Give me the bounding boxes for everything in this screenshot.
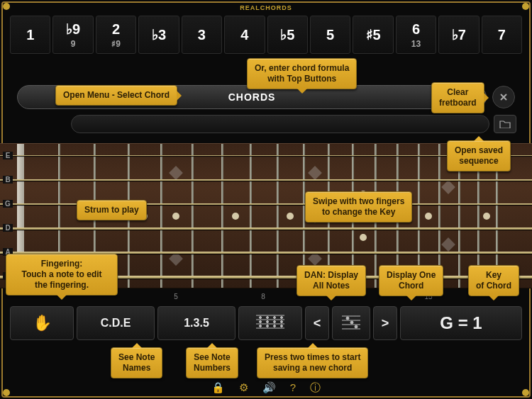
svg-point-20 bbox=[346, 317, 349, 320]
tip-formula: Or, enter chord formula with Top Buttons bbox=[247, 58, 357, 89]
interval-6-13[interactable]: 613 bbox=[396, 16, 436, 54]
tip-clear: Clear fretboard bbox=[431, 82, 484, 113]
svg-point-9 bbox=[267, 321, 269, 323]
string-label-e-high: E bbox=[3, 152, 13, 159]
interval-buttons: 1 ♭99 2♯9 ♭3 3 4 ♭5 5 ♯5 613 ♭7 7 bbox=[10, 16, 522, 54]
sequence-display[interactable] bbox=[71, 115, 489, 133]
tip-fingering: Fingering: Touch a note to edit the fing… bbox=[6, 254, 118, 296]
interval-7[interactable]: 7 bbox=[482, 16, 522, 54]
svg-point-15 bbox=[281, 325, 283, 327]
svg-point-13 bbox=[267, 325, 269, 327]
tip-see-numbers: See Note Numbers bbox=[186, 347, 238, 378]
lock-icon[interactable]: 🔒 bbox=[211, 381, 225, 395]
svg-point-14 bbox=[274, 325, 276, 327]
hand-icon: ✋ bbox=[33, 314, 52, 332]
svg-point-5 bbox=[267, 317, 269, 319]
info-icon[interactable]: ⓘ bbox=[310, 381, 321, 395]
svg-point-7 bbox=[281, 317, 283, 319]
string-label-g: G bbox=[3, 200, 13, 208]
display-all-notes-button[interactable] bbox=[238, 306, 302, 340]
key-label[interactable]: G = 1 bbox=[400, 306, 522, 340]
fingering-button[interactable]: ✋ bbox=[10, 306, 74, 340]
next-chord-button[interactable]: > bbox=[373, 306, 397, 340]
folder-icon bbox=[499, 120, 511, 128]
grid-dots-icon bbox=[255, 314, 286, 332]
interval-3[interactable]: 3 bbox=[182, 16, 222, 54]
tip-see-names: See Note Names bbox=[111, 347, 162, 378]
interval-b7[interactable]: ♭7 bbox=[438, 16, 479, 54]
svg-point-6 bbox=[274, 317, 276, 319]
svg-point-21 bbox=[350, 321, 353, 324]
x-icon bbox=[499, 93, 508, 101]
tip-open-menu: Open Menu - Select Chord bbox=[55, 85, 177, 106]
interval-2-sharp9[interactable]: 2♯9 bbox=[96, 16, 136, 54]
string-label-d: D bbox=[3, 224, 13, 232]
interval-4[interactable]: 4 bbox=[224, 16, 265, 54]
svg-point-11 bbox=[281, 321, 283, 323]
clear-fretboard-button[interactable] bbox=[492, 86, 515, 108]
help-icon[interactable]: ? bbox=[290, 381, 296, 395]
svg-point-10 bbox=[274, 321, 276, 323]
tip-dan: DAN: Display All Notes bbox=[297, 265, 366, 296]
svg-point-22 bbox=[355, 325, 358, 328]
prev-chord-button[interactable]: < bbox=[305, 306, 329, 340]
svg-point-12 bbox=[260, 325, 262, 327]
fret-number-5: 5 bbox=[174, 293, 178, 300]
interval-sharp5[interactable]: ♯5 bbox=[353, 16, 393, 54]
tip-key-of-chord: Key of Chord bbox=[468, 265, 519, 296]
interval-b3[interactable]: ♭3 bbox=[138, 16, 179, 54]
bottom-controls: ✋ C.D.E 1.3.5 < > G = 1 bbox=[10, 306, 522, 340]
note-names-button[interactable]: C.D.E bbox=[77, 306, 155, 340]
sound-icon[interactable]: 🔊 bbox=[262, 381, 276, 395]
note-numbers-button[interactable]: 1.3.5 bbox=[157, 306, 235, 340]
interval-1[interactable]: 1 bbox=[10, 16, 50, 54]
chord-diagram-icon bbox=[340, 315, 362, 332]
tip-press-twice: Press two times to start saving a new ch… bbox=[257, 347, 368, 378]
mini-icon-bar: 🔒 ⚙ 🔊 ? ⓘ bbox=[211, 381, 321, 395]
interval-b9-9[interactable]: ♭99 bbox=[52, 16, 93, 54]
svg-point-4 bbox=[260, 317, 262, 319]
fret-number-8: 8 bbox=[261, 293, 265, 300]
tip-strum: Strum to play bbox=[77, 200, 147, 220]
string-label-b: B bbox=[3, 176, 13, 184]
display-one-chord-button[interactable] bbox=[332, 306, 370, 340]
svg-point-8 bbox=[260, 321, 262, 323]
open-saved-button[interactable] bbox=[494, 115, 516, 133]
interval-b5[interactable]: ♭5 bbox=[267, 16, 308, 54]
tip-open-saved: Open saved sequence bbox=[447, 140, 511, 172]
tip-swipe: Swipe with two fingers to change the Key bbox=[305, 191, 412, 223]
app-title: REALCHORDS bbox=[240, 4, 292, 11]
gear-icon[interactable]: ⚙ bbox=[239, 381, 248, 395]
tip-display-one: Display One Chord bbox=[379, 265, 443, 296]
interval-5[interactable]: 5 bbox=[310, 16, 350, 54]
